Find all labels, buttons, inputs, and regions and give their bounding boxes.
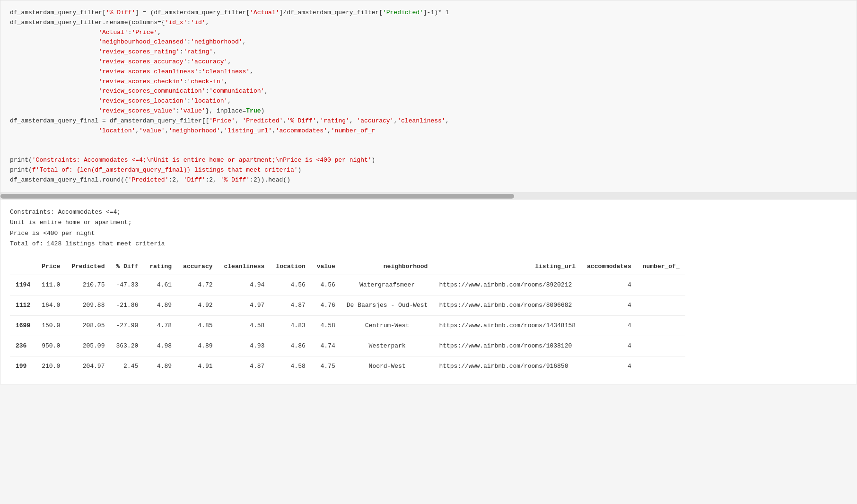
table-cell: 208.05 xyxy=(66,316,110,336)
table-cell: 4.89 xyxy=(144,295,177,315)
col-header: neighborhood xyxy=(341,259,434,275)
table-cell: 4 xyxy=(581,275,637,295)
table-cell[interactable]: https://www.airbnb.com/rooms/8006682 xyxy=(433,295,581,315)
table-cell: 4.61 xyxy=(144,275,177,295)
table-cell: 4.87 xyxy=(219,356,271,377)
table-cell: Westerpark xyxy=(341,336,434,356)
table-cell: Watergraafsmeer xyxy=(341,275,434,295)
table-cell: 4.76 xyxy=(311,295,341,315)
table-cell: 164.0 xyxy=(36,295,66,315)
table-cell: 4.87 xyxy=(270,295,311,315)
table-cell: 236 xyxy=(10,336,36,356)
col-header: number_of_ xyxy=(637,259,685,275)
table-cell: 1194 xyxy=(10,275,36,295)
col-header: accuracy xyxy=(177,259,218,275)
table-cell: 4 xyxy=(581,295,637,315)
table-cell: 209.88 xyxy=(66,295,110,315)
table-cell: 950.0 xyxy=(36,336,66,356)
table-cell: 4.72 xyxy=(177,275,218,295)
table-cell: 4.86 xyxy=(270,336,311,356)
table-cell: 111.0 xyxy=(36,275,66,295)
table-cell xyxy=(637,295,685,315)
table-cell: 1699 xyxy=(10,316,36,336)
table-cell: 4.97 xyxy=(219,295,271,315)
scrollbar-area[interactable] xyxy=(0,192,857,199)
table-cell: Noord-West xyxy=(341,356,434,377)
table-cell: 4.58 xyxy=(219,316,271,336)
table-cell xyxy=(637,356,685,377)
table-cell xyxy=(637,316,685,336)
table-cell: 4 xyxy=(581,336,637,356)
table-cell: Centrum-West xyxy=(341,316,434,336)
col-header: listing_url xyxy=(433,259,581,275)
table-cell xyxy=(637,275,685,295)
table-cell: 4.56 xyxy=(311,275,341,295)
table-row: 1194111.0210.75-47.334.614.724.944.564.5… xyxy=(10,275,685,295)
table-cell: 4.85 xyxy=(177,316,218,336)
table-cell: 4.58 xyxy=(270,356,311,377)
table-cell: 4.75 xyxy=(311,356,341,377)
constraints-output: Constraints: Accommodates <=4; Unit is e… xyxy=(10,207,847,249)
col-header: accommodates xyxy=(581,259,637,275)
table-cell[interactable]: https://www.airbnb.com/rooms/1038120 xyxy=(433,336,581,356)
table-cell: -21.86 xyxy=(110,295,144,315)
table-row: 236950.0205.09363.204.984.894.934.864.74… xyxy=(10,336,685,356)
table-cell: 1112 xyxy=(10,295,36,315)
table-cell[interactable]: https://www.airbnb.com/rooms/8920212 xyxy=(433,275,581,295)
table-cell: 150.0 xyxy=(36,316,66,336)
col-header: value xyxy=(311,259,341,275)
table-cell: 4 xyxy=(581,356,637,377)
table-container: PricePredicted% Diffratingaccuracycleanl… xyxy=(10,259,847,377)
table-cell: 363.20 xyxy=(110,336,144,356)
output-cell: Constraints: Accommodates <=4; Unit is e… xyxy=(0,199,857,384)
table-cell: 205.09 xyxy=(66,336,110,356)
table-cell: 4.56 xyxy=(270,275,311,295)
table-cell xyxy=(637,336,685,356)
col-header xyxy=(10,259,36,275)
table-cell: 4 xyxy=(581,316,637,336)
table-cell[interactable]: https://www.airbnb.com/rooms/916850 xyxy=(433,356,581,377)
table-cell: 204.97 xyxy=(66,356,110,377)
table-cell: 4.91 xyxy=(177,356,218,377)
col-header: Price xyxy=(36,259,66,275)
table-cell: 4.74 xyxy=(311,336,341,356)
table-cell: 4.58 xyxy=(311,316,341,336)
table-cell: De Baarsjes - Oud-West xyxy=(341,295,434,315)
col-header: location xyxy=(270,259,311,275)
table-cell: 4.89 xyxy=(144,356,177,377)
code-cell: df_amsterdam_query_filter['% Diff'] = (d… xyxy=(0,0,857,192)
table-cell: 210.75 xyxy=(66,275,110,295)
col-header: cleanliness xyxy=(219,259,271,275)
table-cell: 210.0 xyxy=(36,356,66,377)
table-cell: 2.45 xyxy=(110,356,144,377)
scrollbar-thumb[interactable] xyxy=(0,194,514,199)
table-cell: 4.83 xyxy=(270,316,311,336)
table-cell: 4.93 xyxy=(219,336,271,356)
table-cell: 4.78 xyxy=(144,316,177,336)
table-cell: 199 xyxy=(10,356,36,377)
table-cell: -27.90 xyxy=(110,316,144,336)
table-cell: -47.33 xyxy=(110,275,144,295)
table-cell: 4.89 xyxy=(177,336,218,356)
table-row: 1699150.0208.05-27.904.784.854.584.834.5… xyxy=(10,316,685,336)
col-header: Predicted xyxy=(66,259,110,275)
table-cell[interactable]: https://www.airbnb.com/rooms/14348158 xyxy=(433,316,581,336)
table-row: 1112164.0209.88-21.864.894.924.974.874.7… xyxy=(10,295,685,315)
table-cell: 4.92 xyxy=(177,295,218,315)
results-table: PricePredicted% Diffratingaccuracycleanl… xyxy=(10,259,685,377)
table-cell: 4.94 xyxy=(219,275,271,295)
table-row: 199210.0204.972.454.894.914.874.584.75No… xyxy=(10,356,685,377)
col-header: % Diff xyxy=(110,259,144,275)
col-header: rating xyxy=(144,259,177,275)
table-cell: 4.98 xyxy=(144,336,177,356)
